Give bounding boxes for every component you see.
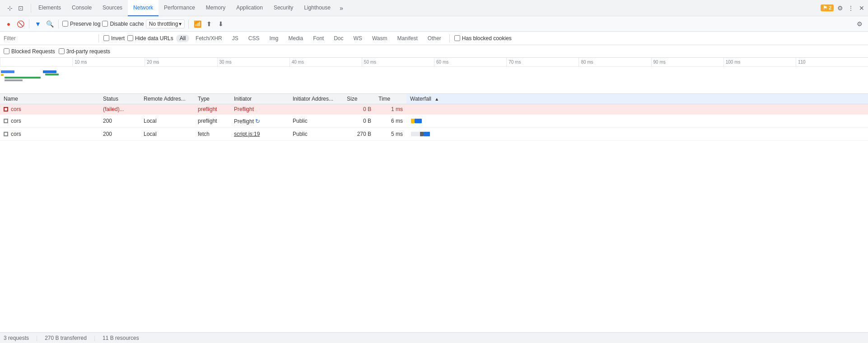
search-button[interactable]: 🔍 bbox=[45, 19, 55, 29]
cell-remote-2: Local bbox=[140, 128, 194, 141]
tab-lighthouse[interactable]: Lighthouse bbox=[299, 0, 336, 16]
invert-checkbox[interactable] bbox=[103, 35, 109, 41]
cursor-icon[interactable]: ⊹ bbox=[5, 4, 14, 13]
tab-console[interactable]: Console bbox=[66, 0, 97, 16]
more-tabs-button[interactable]: » bbox=[336, 5, 347, 12]
wf-bar-blue-2 bbox=[424, 132, 430, 136]
network-toolbar: ● 🚫 ▼ 🔍 Preserve log Disable cache No th… bbox=[0, 16, 868, 32]
devtools-window: ⊹ ⊡ Elements Console Sources Network Per… bbox=[0, 0, 868, 343]
cell-name-2: cors bbox=[0, 128, 99, 141]
blocked-requests-label[interactable]: Blocked Requests bbox=[4, 48, 55, 55]
throttle-select[interactable]: No throttling ▾ bbox=[146, 19, 185, 28]
tick-10: 10 ms bbox=[72, 58, 145, 66]
upload-icon[interactable]: ⬆ bbox=[204, 19, 214, 29]
filter-type-other[interactable]: Other bbox=[424, 35, 445, 42]
tab-divider-left bbox=[31, 4, 31, 13]
wf-bar-yellow-1 bbox=[411, 119, 415, 123]
col-header-status[interactable]: Status bbox=[99, 94, 140, 104]
has-blocked-cookies-label[interactable]: Has blocked cookies bbox=[454, 35, 512, 42]
tab-application[interactable]: Application bbox=[231, 0, 268, 16]
filter-type-js[interactable]: JS bbox=[229, 35, 242, 42]
hide-data-urls-checkbox[interactable] bbox=[127, 35, 133, 41]
cell-init-addr-1: Public bbox=[289, 115, 343, 128]
filter-type-doc[interactable]: Doc bbox=[330, 35, 347, 42]
tab-memory[interactable]: Memory bbox=[201, 0, 231, 16]
cell-size-0: 0 B bbox=[343, 104, 375, 115]
tick-30: 30 ms bbox=[217, 58, 289, 66]
col-header-initiator-addr[interactable]: Initiator Addres... bbox=[289, 94, 343, 104]
wifi-icon[interactable]: 📶 bbox=[192, 19, 202, 29]
tab-bar: ⊹ ⊡ Elements Console Sources Network Per… bbox=[0, 0, 868, 16]
filter-type-all[interactable]: All bbox=[176, 35, 189, 42]
tab-elements[interactable]: Elements bbox=[33, 0, 66, 16]
filter-type-ws[interactable]: WS bbox=[350, 35, 366, 42]
tick-0 bbox=[0, 58, 72, 66]
disable-cache-checkbox[interactable] bbox=[102, 21, 108, 27]
col-header-remote[interactable]: Remote Addres... bbox=[140, 94, 194, 104]
col-header-name[interactable]: Name bbox=[0, 94, 99, 104]
hide-data-urls-label[interactable]: Hide data URLs bbox=[127, 35, 173, 42]
tab-performance[interactable]: Performance bbox=[159, 0, 201, 16]
has-blocked-cookies-checkbox[interactable] bbox=[454, 35, 460, 41]
col-header-type[interactable]: Type bbox=[194, 94, 230, 104]
col-header-initiator[interactable]: Initiator bbox=[230, 94, 289, 104]
more-options-icon[interactable]: ⋮ bbox=[846, 4, 855, 13]
filter-type-wasm[interactable]: Wasm bbox=[369, 35, 391, 42]
error-square-icon bbox=[4, 107, 8, 111]
cell-time-2: 5 ms bbox=[375, 128, 406, 141]
invert-label[interactable]: Invert bbox=[103, 35, 125, 42]
network-settings-icon[interactable]: ⚙ bbox=[854, 19, 864, 29]
filter-icon[interactable]: ▼ bbox=[33, 19, 43, 29]
preserve-log-label[interactable]: Preserve log bbox=[62, 21, 100, 27]
download-icon[interactable]: ⬇ bbox=[216, 19, 226, 29]
table-wrapper[interactable]: Name Status Remote Addres... Type Initia bbox=[0, 94, 868, 332]
filter-bar2: Blocked Requests 3rd-party requests bbox=[0, 45, 868, 58]
filter-sep-2 bbox=[449, 34, 450, 42]
dock-icon[interactable]: ⊡ bbox=[16, 4, 25, 13]
tick-60: 60 ms bbox=[434, 58, 506, 66]
tab-network[interactable]: Network bbox=[128, 0, 159, 16]
cell-time-1: 6 ms bbox=[375, 115, 406, 128]
table-row[interactable]: cors (failed)... preflight Preflight 0 B… bbox=[0, 104, 868, 115]
cell-remote-1: Local bbox=[140, 115, 194, 128]
col-header-time[interactable]: Time bbox=[375, 94, 406, 104]
preflight-icon-1: ↻ bbox=[255, 118, 260, 125]
third-party-label[interactable]: 3rd-party requests bbox=[59, 48, 110, 55]
table-row[interactable]: cors 200 Local fetch script.js:19 Public… bbox=[0, 128, 868, 141]
record-button[interactable]: ● bbox=[4, 19, 14, 29]
disable-cache-label[interactable]: Disable cache bbox=[102, 21, 144, 27]
filter-input[interactable] bbox=[4, 35, 94, 42]
cell-name-1: cors bbox=[0, 115, 99, 128]
timeline-area: 10 ms 20 ms 30 ms 40 ms 50 ms 60 ms 70 m… bbox=[0, 58, 868, 94]
tab-security[interactable]: Security bbox=[268, 0, 299, 16]
status-requests: 3 requests bbox=[4, 335, 29, 341]
close-icon[interactable]: ✕ bbox=[857, 4, 866, 13]
third-party-checkbox[interactable] bbox=[59, 48, 65, 54]
filter-type-media[interactable]: Media bbox=[285, 35, 307, 42]
filter-bar: Invert Hide data URLs All Fetch/XHR JS C… bbox=[0, 32, 868, 45]
tick-110: 110 bbox=[796, 58, 868, 66]
status-transferred: 270 B transferred bbox=[45, 335, 87, 341]
mini-bar-5 bbox=[43, 70, 56, 73]
filter-type-font[interactable]: Font bbox=[309, 35, 327, 42]
col-header-waterfall[interactable]: Waterfall ▲ bbox=[406, 94, 868, 104]
filter-type-fetch-xhr[interactable]: Fetch/XHR bbox=[192, 35, 226, 42]
filter-type-manifest[interactable]: Manifest bbox=[393, 35, 421, 42]
cell-status-1: 200 bbox=[99, 115, 140, 128]
wf-bar-blue-1 bbox=[415, 119, 422, 123]
blocked-requests-checkbox[interactable] bbox=[4, 48, 9, 54]
filter-type-css[interactable]: CSS bbox=[245, 35, 263, 42]
preserve-log-checkbox[interactable] bbox=[62, 21, 68, 27]
clear-button[interactable]: 🚫 bbox=[15, 19, 25, 29]
timeline-ruler: 10 ms 20 ms 30 ms 40 ms 50 ms 60 ms 70 m… bbox=[0, 58, 868, 67]
table-body: cors (failed)... preflight Preflight 0 B… bbox=[0, 104, 868, 141]
tab-sources[interactable]: Sources bbox=[97, 0, 128, 16]
table-row[interactable]: cors 200 Local preflight Preflight ↻ Pub… bbox=[0, 115, 868, 128]
col-header-size[interactable]: Size bbox=[343, 94, 375, 104]
filter-sep-1 bbox=[98, 34, 99, 42]
tick-100: 100 ms bbox=[723, 58, 796, 66]
settings-icon[interactable]: ⚙ bbox=[835, 4, 845, 13]
filter-type-img[interactable]: Img bbox=[266, 35, 282, 42]
issue-badge[interactable]: ⚑ 2 bbox=[821, 5, 834, 11]
checkbox-icon-2 bbox=[4, 132, 8, 136]
